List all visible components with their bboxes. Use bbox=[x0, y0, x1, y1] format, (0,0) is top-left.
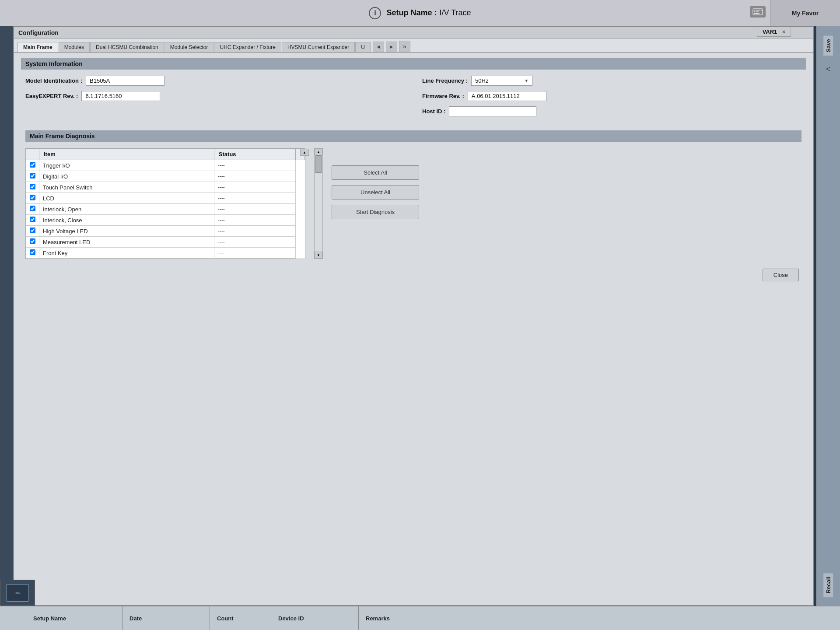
row-checkbox[interactable] bbox=[30, 249, 35, 255]
row-item-name: Trigger I/O bbox=[39, 160, 214, 171]
bottom-col-device-id: Device ID bbox=[271, 606, 359, 630]
diagnosis-table: Item Status ▲ Trigger I/O----Digital I/O… bbox=[25, 148, 305, 259]
table-row: Interlock, Close---- bbox=[26, 215, 305, 226]
table-row: Touch Panel Switch---- bbox=[26, 182, 305, 193]
close-button[interactable]: Close bbox=[763, 269, 799, 281]
row-status: ---- bbox=[214, 237, 295, 248]
model-id-label: Model Identification : bbox=[25, 77, 82, 84]
row-checkbox[interactable] bbox=[30, 184, 35, 189]
row-checkbox[interactable] bbox=[30, 217, 35, 222]
unselect-all-button[interactable]: Unselect All bbox=[332, 185, 419, 200]
tab-double-right-arrow[interactable]: » bbox=[399, 41, 410, 52]
svg-rect-2 bbox=[756, 10, 757, 10]
row-status: ---- bbox=[214, 171, 295, 182]
tab-module-selector[interactable]: Module Selector bbox=[164, 42, 214, 52]
row-checkbox-cell bbox=[26, 204, 39, 215]
system-info: Model Identification : B1505A EasyEXPERT… bbox=[21, 76, 806, 122]
row-item-name: Interlock, Open bbox=[39, 204, 214, 215]
keyboard-icon[interactable] bbox=[750, 6, 766, 18]
svg-rect-9 bbox=[754, 13, 760, 14]
easyexpert-row: EasyEXPERT Rev. : 6.1.1716.5160 bbox=[25, 91, 405, 101]
row-checkbox[interactable] bbox=[30, 228, 35, 233]
tab-uhc-expander[interactable]: UHC Expander / Fixture bbox=[214, 42, 281, 52]
diagnosis-section: Main Frame Diagnosis Item Status ▲ bbox=[21, 130, 806, 259]
svg-rect-4 bbox=[759, 10, 760, 10]
setup-name-value: I/V Trace bbox=[440, 8, 471, 18]
recall-sidebar-btn[interactable]: Recall bbox=[823, 573, 834, 597]
row-status: ---- bbox=[214, 160, 295, 171]
row-checkbox-cell bbox=[26, 248, 39, 259]
row-checkbox[interactable] bbox=[30, 206, 35, 211]
line-freq-dropdown[interactable]: 50Hz bbox=[471, 76, 532, 86]
row-checkbox-cell bbox=[26, 171, 39, 182]
row-item-name: Digital I/O bbox=[39, 171, 214, 182]
row-checkbox-cell bbox=[26, 215, 39, 226]
row-checkbox-cell bbox=[26, 193, 39, 204]
system-info-left: Model Identification : B1505A EasyEXPERT… bbox=[25, 76, 405, 122]
system-info-right: Line Frequency : 50Hz Firmware Rev. : A.… bbox=[422, 76, 802, 122]
firmware-value: A.06.01.2015.1112 bbox=[468, 91, 546, 101]
bottom-col-date: Date bbox=[122, 606, 210, 630]
tab-hvsmu-expander[interactable]: HVSMU Current Expander bbox=[282, 42, 355, 52]
firmware-row: Firmware Rev. : A.06.01.2015.1112 bbox=[422, 91, 802, 101]
row-item-name: Touch Panel Switch bbox=[39, 182, 214, 193]
row-status: ---- bbox=[214, 215, 295, 226]
row-item-name: LCD bbox=[39, 193, 214, 204]
row-status: ---- bbox=[214, 248, 295, 259]
easyexpert-value[interactable]: 6.1.1716.5160 bbox=[81, 91, 160, 101]
row-checkbox-cell bbox=[26, 226, 39, 237]
save-sidebar-btn[interactable]: Save bbox=[823, 35, 834, 56]
row-checkbox[interactable] bbox=[30, 173, 35, 178]
row-checkbox[interactable] bbox=[30, 238, 35, 244]
thumbnail-image: BIN bbox=[7, 584, 28, 602]
row-checkbox[interactable] bbox=[30, 195, 35, 200]
table-row: Measurement LED---- bbox=[26, 237, 305, 248]
row-checkbox[interactable] bbox=[30, 162, 35, 168]
row-checkbox-cell bbox=[26, 182, 39, 193]
row-item-name: Front Key bbox=[39, 248, 214, 259]
close-area: Close bbox=[21, 263, 806, 287]
table-row: High Voltage LED---- bbox=[26, 226, 305, 237]
select-all-button[interactable]: Select All bbox=[332, 165, 419, 180]
tab-left-arrow[interactable]: ◄ bbox=[373, 42, 384, 52]
col-checkbox bbox=[26, 149, 39, 160]
start-diagnosis-button[interactable]: Start Diagnosis bbox=[332, 205, 419, 219]
model-id-value[interactable]: B1505A bbox=[86, 76, 164, 86]
scroll-up-arrow[interactable]: ▲ bbox=[300, 149, 309, 156]
left-panel bbox=[0, 26, 13, 606]
tab-u[interactable]: U bbox=[355, 42, 371, 52]
host-id-label: Host ID : bbox=[422, 108, 445, 115]
tab-modules[interactable]: Modules bbox=[59, 42, 90, 52]
row-checkbox-cell bbox=[26, 237, 39, 248]
bottom-bar: Setup Name Date Count Device ID Remarks bbox=[0, 606, 840, 630]
my-favorites-label[interactable]: My Favor bbox=[770, 0, 840, 26]
firmware-label: Firmware Rev. : bbox=[422, 93, 464, 99]
config-header: Configuration bbox=[14, 27, 813, 39]
bottom-col-count: Count bbox=[210, 606, 271, 630]
scroll-bottom-btn[interactable]: ▼ bbox=[315, 252, 322, 259]
tab-main-frame[interactable]: Main Frame bbox=[18, 42, 58, 52]
diagnosis-table-container: Item Status ▲ Trigger I/O----Digital I/O… bbox=[25, 148, 802, 259]
svg-rect-8 bbox=[757, 11, 759, 12]
scroll-thumb[interactable] bbox=[315, 155, 322, 173]
diagnosis-scrollbar[interactable]: ▲ ▼ bbox=[314, 148, 323, 259]
tab-dual-hcsmu[interactable]: Dual HCSMU Combination bbox=[90, 42, 164, 52]
svg-rect-7 bbox=[756, 11, 757, 12]
table-row: Front Key---- bbox=[26, 248, 305, 259]
table-row: Interlock, Open---- bbox=[26, 204, 305, 215]
var1-close-btn[interactable]: × bbox=[782, 29, 785, 35]
var1-badge: VAR1 × bbox=[757, 27, 791, 37]
collapse-arrow[interactable]: < bbox=[826, 65, 831, 74]
scroll-top-btn[interactable]: ▲ bbox=[315, 148, 322, 155]
tab-right-arrow[interactable]: ► bbox=[386, 42, 397, 52]
row-checkbox-cell bbox=[26, 160, 39, 171]
col-status-header: Status bbox=[214, 149, 295, 160]
table-row: Digital I/O---- bbox=[26, 171, 305, 182]
scroll-track bbox=[315, 155, 322, 252]
config-header-label: Configuration bbox=[18, 29, 59, 36]
top-bar: i Setup Name : I/V Trace My Favor bbox=[0, 0, 840, 26]
diagnosis-section-header: Main Frame Diagnosis bbox=[25, 130, 802, 142]
scrollbar-col-header: ▲ bbox=[296, 149, 305, 160]
host-id-value[interactable] bbox=[449, 106, 536, 116]
line-freq-row: Line Frequency : 50Hz bbox=[422, 76, 802, 86]
